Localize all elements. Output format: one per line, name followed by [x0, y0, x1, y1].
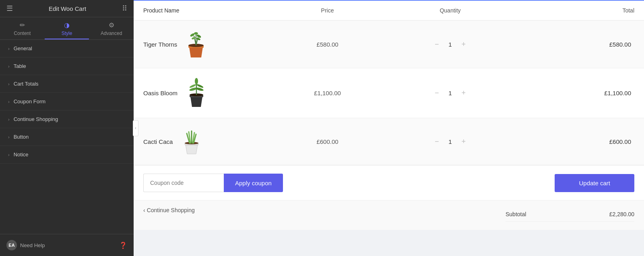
qty-value: 1 [446, 90, 454, 96]
chevron-icon: › [8, 64, 10, 69]
product-cell: Cacti Caca [143, 128, 266, 155]
subtotal-label: Subtotal [506, 211, 526, 217]
main-content: Product Name Price Quantity Total Tiger … [134, 0, 644, 256]
subtotal-row: Subtotal £2,280.00 [506, 207, 634, 222]
bottom-row: ‹ Continue Shopping Subtotal £2,280.00 [134, 200, 644, 230]
tab-content[interactable]: ✏ Content [0, 17, 45, 39]
svg-point-9 [192, 37, 196, 40]
header-quantity: Quantity [389, 7, 512, 14]
content-icon: ✏ [20, 21, 25, 29]
quantity-cell: − 1 + [389, 137, 512, 146]
qty-decrease-btn[interactable]: − [433, 40, 441, 49]
help-icon[interactable]: ❓ [119, 242, 127, 249]
cart-header: Product Name Price Quantity Total [134, 1, 644, 20]
qty-increase-btn[interactable]: + [460, 89, 468, 97]
product-name: Cacti Caca [143, 138, 173, 145]
need-help-label[interactable]: Need Help [20, 242, 45, 248]
quantity-cell: − 1 + [389, 89, 512, 97]
total-cell: £1,100.00 [512, 90, 634, 96]
chevron-icon: › [8, 99, 10, 104]
quantity-cell: − 1 + [389, 40, 512, 49]
sidebar-item-notice[interactable]: › Notice [0, 146, 134, 164]
coupon-update-row: Apply coupon Update cart [134, 165, 644, 200]
svg-marker-11 [190, 96, 202, 107]
product-image-cacti [181, 128, 202, 155]
grid-icon[interactable]: ⠿ [122, 4, 127, 13]
sidebar-tabs: ✏ Content ◑ Style ⚙ Advanced [0, 17, 134, 40]
header-price: Price [266, 7, 389, 14]
header-product-name: Product Name [143, 7, 266, 14]
qty-decrease-btn[interactable]: − [433, 137, 441, 146]
price-cell: £1,100.00 [266, 90, 389, 96]
sidebar-item-coupon-form[interactable]: › Coupon Form [0, 93, 134, 111]
chevron-icon: › [8, 117, 10, 122]
apply-coupon-button[interactable]: Apply coupon [224, 174, 283, 192]
svg-point-19 [195, 78, 198, 84]
tab-style[interactable]: ◑ Style [45, 17, 89, 39]
sidebar-header: ☰ Edit Woo Cart ⠿ [0, 0, 134, 17]
table-row: Tiger Thorns [134, 20, 644, 68]
product-name: Tiger Thorns [143, 41, 177, 48]
product-cell: Tiger Thorns [143, 30, 266, 58]
sidebar-item-continue-shopping[interactable]: › Continue Shopping [0, 111, 134, 128]
svg-point-7 [196, 34, 202, 38]
chevron-icon: › [8, 152, 10, 157]
hamburger-icon[interactable]: ☰ [6, 4, 13, 13]
table-row: Oasis Bloom [134, 68, 644, 118]
cart-container: Product Name Price Quantity Total Tiger … [134, 1, 644, 230]
qty-increase-btn[interactable]: + [460, 137, 468, 146]
header-total: Total [512, 7, 634, 14]
svg-marker-0 [189, 47, 203, 57]
tab-advanced[interactable]: ⚙ Advanced [89, 17, 134, 39]
continue-shopping-link[interactable]: ‹ Continue Shopping [143, 207, 195, 213]
total-cell: £600.00 [512, 138, 634, 145]
qty-value: 1 [446, 41, 454, 48]
chevron-icon: › [8, 135, 10, 139]
ea-badge: EA [6, 240, 17, 250]
style-icon: ◑ [64, 21, 70, 29]
sidebar-item-cart-totals[interactable]: › Cart Totals [0, 75, 134, 93]
coupon-input[interactable] [143, 174, 224, 192]
product-image-tiger [185, 30, 207, 58]
sidebar: ☰ Edit Woo Cart ⠿ ✏ Content ◑ Style ⚙ Ad… [0, 0, 134, 256]
back-arrow-icon: ‹ [143, 207, 145, 213]
chevron-icon: › [8, 82, 10, 86]
chevron-icon: › [8, 46, 10, 51]
svg-point-8 [194, 32, 198, 35]
update-cart-button[interactable]: Update cart [555, 174, 634, 192]
product-image-oasis [186, 78, 207, 108]
qty-value: 1 [446, 138, 454, 145]
subtotal-value: £2,280.00 [609, 211, 634, 217]
price-cell: £580.00 [266, 41, 389, 48]
sidebar-item-table[interactable]: › Table [0, 57, 134, 75]
product-name: Oasis Bloom [143, 90, 178, 96]
product-cell: Oasis Bloom [143, 78, 266, 108]
svg-point-10 [196, 37, 201, 41]
price-cell: £600.00 [266, 138, 389, 145]
sidebar-title: Edit Woo Cart [49, 5, 86, 12]
qty-decrease-btn[interactable]: − [433, 89, 441, 97]
coupon-form: Apply coupon [143, 174, 283, 192]
totals-section: Subtotal £2,280.00 [506, 207, 634, 222]
table-row: Cacti Caca [134, 118, 644, 165]
sidebar-footer: EA Need Help ❓ [0, 234, 134, 256]
sidebar-item-general[interactable]: › General [0, 40, 134, 57]
sidebar-item-button[interactable]: › Button [0, 128, 134, 146]
svg-marker-20 [186, 145, 198, 154]
collapse-handle[interactable]: ‹ [133, 120, 138, 136]
advanced-icon: ⚙ [109, 21, 114, 29]
total-cell: £580.00 [512, 41, 634, 48]
sidebar-menu: › General › Table › Cart Totals › Coupon… [0, 40, 134, 234]
qty-increase-btn[interactable]: + [460, 40, 468, 49]
